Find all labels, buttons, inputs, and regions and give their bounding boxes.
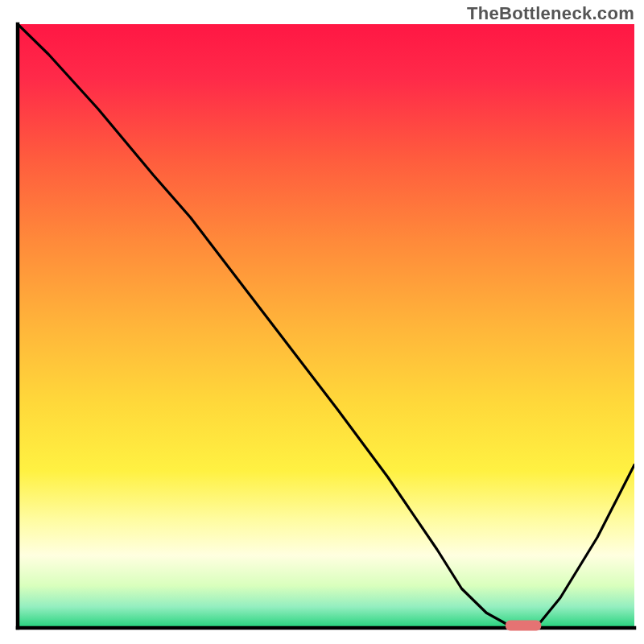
- optimum-marker: [506, 621, 541, 631]
- gradient-background: [18, 24, 634, 628]
- chart-container: TheBottleneck.com: [0, 0, 644, 644]
- watermark-text: TheBottleneck.com: [467, 3, 634, 24]
- bottleneck-chart: [0, 0, 644, 644]
